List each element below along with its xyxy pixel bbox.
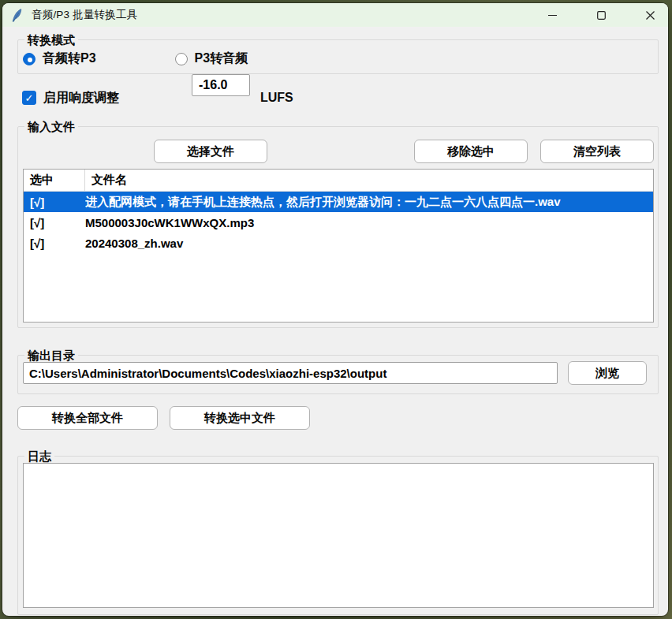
log-group-frame: 日志	[17, 456, 659, 615]
column-header-filename[interactable]: 文件名	[85, 173, 653, 188]
lufs-unit-label: LUFS	[260, 91, 293, 105]
row-checked-cell[interactable]: [√]	[24, 237, 85, 250]
row-checked-cell[interactable]: [√]	[24, 196, 85, 209]
minimize-button[interactable]	[534, 3, 570, 27]
select-files-button[interactable]: 选择文件	[154, 140, 267, 163]
output-group-legend: 输出目录	[24, 348, 78, 363]
column-header-checked[interactable]: 选中	[24, 170, 85, 191]
radio-p3-to-audio[interactable]: P3转音频	[175, 50, 248, 67]
convert-all-button[interactable]: 转换全部文件	[17, 406, 158, 430]
input-group-legend: 输入文件	[24, 119, 78, 134]
radio-label: P3转音频	[195, 50, 248, 67]
radio-circle-icon	[23, 53, 35, 65]
app-icon	[12, 9, 24, 22]
close-icon	[646, 11, 655, 20]
clear-list-button[interactable]: 清空列表	[540, 140, 654, 163]
maximize-button[interactable]	[583, 3, 619, 27]
table-row[interactable]: [√]20240308_zh.wav	[24, 233, 653, 253]
loudness-label: 启用响度调整	[43, 90, 119, 106]
remove-selected-button[interactable]: 移除选中	[414, 140, 528, 163]
browse-button[interactable]: 浏览	[568, 361, 647, 385]
loudness-value-input[interactable]	[192, 74, 250, 96]
log-textarea	[23, 463, 654, 608]
table-row[interactable]: [√]进入配网模式，请在手机上连接热点，然后打开浏览器访问：一九二点一六八点四点…	[24, 192, 653, 212]
input-group-frame: 输入文件 选择文件 移除选中 清空列表 选中 文件名 [√]进入配网模式，请在手…	[17, 126, 659, 328]
row-filename-cell[interactable]: 20240308_zh.wav	[85, 237, 653, 250]
loudness-row: ✓ 启用响度调整 LUFS	[22, 85, 119, 110]
mode-group-frame: 转换模式 音频转P3 P3转音频	[17, 39, 659, 74]
radio-label: 音频转P3	[43, 50, 96, 67]
window-title: 音频/P3 批量转换工具	[32, 8, 137, 22]
row-filename-cell[interactable]: M500003J0cWK1WWxQX.mp3	[85, 216, 653, 229]
row-checked-cell[interactable]: [√]	[24, 216, 85, 229]
file-table: 选中 文件名 [√]进入配网模式，请在手机上连接热点，然后打开浏览器访问：一九二…	[23, 169, 654, 323]
radio-audio-to-p3[interactable]: 音频转P3	[23, 50, 96, 67]
log-group-legend: 日志	[24, 449, 54, 464]
loudness-checkbox[interactable]: ✓	[22, 91, 36, 105]
minimize-icon	[548, 11, 557, 20]
output-group-frame: 输出目录 浏览	[17, 355, 659, 394]
titlebar[interactable]: 音频/P3 批量转换工具	[2, 3, 668, 27]
mode-group-legend: 转换模式	[24, 32, 78, 47]
output-path-input[interactable]	[23, 362, 558, 384]
close-button[interactable]	[632, 3, 668, 27]
maximize-icon	[597, 11, 606, 20]
radio-circle-icon	[175, 53, 188, 65]
convert-selected-button[interactable]: 转换选中文件	[170, 406, 310, 430]
file-table-body: [√]进入配网模式，请在手机上连接热点，然后打开浏览器访问：一九二点一六八点四点…	[24, 192, 653, 253]
table-row[interactable]: [√]M500003J0cWK1WWxQX.mp3	[24, 212, 653, 233]
row-filename-cell[interactable]: 进入配网模式，请在手机上连接热点，然后打开浏览器访问：一九二点一六八点四点一.w…	[85, 195, 653, 210]
file-table-header: 选中 文件名	[24, 170, 653, 192]
app-window: 音频/P3 批量转换工具 转换模式 音频转P3 P3转音频	[2, 3, 668, 616]
